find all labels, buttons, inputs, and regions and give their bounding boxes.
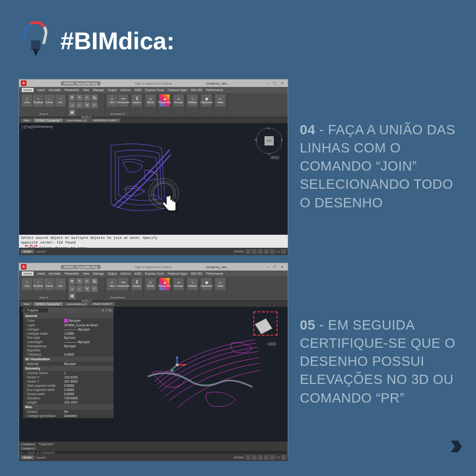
copy-icon[interactable]: ⿻ [91,94,98,101]
property-row[interactable]: Hyperlink [23,348,113,352]
scale-icon[interactable]: ⤢ [91,102,98,108]
window-buttons[interactable]: −□× [264,264,286,269]
fillet-icon[interactable]: ⌐ [76,285,83,292]
stretch-icon[interactable]: ⇲ [84,285,90,292]
property-row[interactable]: ClosedNo [23,410,113,414]
tab-parametric[interactable]: Parametric [65,88,79,92]
tab-start[interactable]: Start [21,302,33,306]
tab-annotate[interactable]: Annotate [49,272,61,275]
command-line[interactable]: Command: *Cancel* Command: ▸~ Type a com… [19,442,288,454]
search-box[interactable]: Type a keyword or phrase [134,82,172,85]
tool-properties[interactable]: ◕Properties [159,94,170,106]
tab-doc-3[interactable]: RNAS VIARIO* [90,302,115,306]
tab-doc-active[interactable]: SPBIM_Topografia* [33,119,63,122]
property-row[interactable]: Linetype———— ByLayer [23,327,113,331]
property-value[interactable]: 333.1957 [64,401,113,404]
tab-addins[interactable]: Add-ins [120,272,131,275]
gear-icon[interactable] [281,249,286,254]
property-value[interactable]: 0.0000 [64,384,113,387]
tab-output[interactable]: Output [108,88,117,92]
status-model-label[interactable]: MODEL [234,250,244,253]
ribbon-tabs[interactable]: Home Insert Annotate Parametric View Man… [19,271,288,277]
array-icon[interactable]: ▦ [69,293,75,299]
trim-icon[interactable]: ✂ [84,278,90,284]
tab-bim360[interactable]: BIM 360 [191,88,202,92]
move-icon[interactable]: ✥ [69,278,75,284]
property-row[interactable]: MaterialByLayer [23,362,113,366]
property-row[interactable]: Elevation729.0000 [23,396,113,400]
tool-properties[interactable]: ◕Properties [159,278,170,290]
tool-layers[interactable]: ≣Layers [132,94,142,106]
object-type-selector[interactable]: Polyline [25,308,48,312]
tool-arc[interactable]: ◠Arc [55,278,66,290]
model-tab[interactable]: Model [21,250,34,253]
property-row[interactable]: TransparencyByLayer [23,344,113,348]
property-value[interactable]: 1.0000 [64,332,113,335]
property-value[interactable]: ———— ByLayer [64,328,113,331]
property-row[interactable]: LayerSPBIM_Curva de Nível [23,323,113,327]
property-value[interactable]: 0.0000 [64,392,113,396]
tab-view[interactable]: View [83,272,89,275]
property-row[interactable]: Current Vertex1 [23,371,113,375]
property-row[interactable]: Plot styleByColor [23,336,113,340]
property-row[interactable]: Length333.1957 [23,400,113,404]
tool-dimension[interactable]: ⟷Dimension [118,94,128,106]
scale-label[interactable]: 1:1 [276,456,280,459]
stretch-icon[interactable]: ⇲ [84,102,90,108]
viewport-label[interactable]: [-][Top][2DWireframe] [22,125,53,128]
copy-icon[interactable]: ⿻ [91,278,98,284]
tool-circle[interactable]: ○Circle [44,94,54,106]
snap-icon[interactable] [252,249,257,254]
tab-a360[interactable]: A360 [134,272,141,275]
search-box[interactable]: Type a keyword or phrase [134,265,172,269]
property-value[interactable]: ByLayer [64,319,113,323]
property-value[interactable]: ByLayer [64,362,113,365]
polar-icon[interactable] [264,455,269,460]
tab-express[interactable]: Express Tools [145,272,164,275]
section-misc[interactable]: Misc [23,404,113,410]
tool-circle[interactable]: ○Circle [44,278,54,290]
tab-featured[interactable]: Featured Apps [168,272,187,275]
viewcube-top-face[interactable]: TOP [264,136,274,145]
move-gizmo-icon[interactable] [168,356,186,374]
panel-label-annotation[interactable]: Annotation ▾ [107,112,128,115]
property-value[interactable]: 0.0000 [64,353,113,356]
rotate-icon[interactable]: ↻ [76,94,83,101]
property-value[interactable]: 0.0000 [64,388,113,391]
user-label[interactable]: lorraynny_san... [206,265,230,269]
panel-label-annotation[interactable]: Annotation ▾ [107,296,128,299]
property-row[interactable]: Vertex Y287.6082 [23,379,113,383]
tab-doc-2[interactable]: novo terreno_r1 [64,302,89,306]
next-page-icon[interactable]: ›› [450,427,456,461]
property-value[interactable]: 103.8253 [64,376,113,379]
move-icon[interactable]: ✥ [69,94,75,101]
tab-parametric[interactable]: Parametric [65,272,79,275]
wcs-label[interactable]: WCS [270,156,279,159]
user-label[interactable]: lorraynny_san... [206,82,230,85]
tool-polyline[interactable]: ⌇Polyline [33,94,43,106]
tab-a360[interactable]: A360 [134,88,141,92]
tab-home[interactable]: Home [22,271,33,276]
tab-insert[interactable]: Insert [37,272,45,275]
osnap-icon[interactable] [270,455,275,460]
properties-palette[interactable]: Polyline ▾ ⤢ ⊟ General ColorByLayerLayer… [23,307,114,418]
layout-tab[interactable]: Layout1 [36,456,46,459]
property-row[interactable]: Linetype scale1.0000 [23,331,113,336]
tool-groups[interactable]: ⊞Groups [173,94,184,106]
tool-layers[interactable]: ≣Layers [132,278,142,290]
tool-text[interactable]: AText [107,278,117,290]
scale-label[interactable]: 1:1 [276,250,280,253]
property-row[interactable]: ColorByLayer [23,318,113,323]
property-value[interactable]: ———— ByLayer [64,340,113,344]
ribbon-tabs[interactable]: Home Insert Annotate Parametric View Man… [19,87,288,93]
array-icon[interactable]: ▦ [69,109,75,116]
tab-output[interactable]: Output [108,272,117,275]
model-tab[interactable]: Model [21,456,34,459]
grid-icon[interactable] [246,455,251,460]
ortho-icon[interactable] [258,455,263,460]
property-row[interactable]: Start segment width0.0000 [23,383,113,388]
tool-clipboard[interactable]: 📋Clipboard [201,94,212,106]
tab-performance[interactable]: Performance [206,272,223,275]
property-row[interactable]: Linetype generationDisabled [23,414,113,418]
tool-text[interactable]: AText [107,94,117,106]
